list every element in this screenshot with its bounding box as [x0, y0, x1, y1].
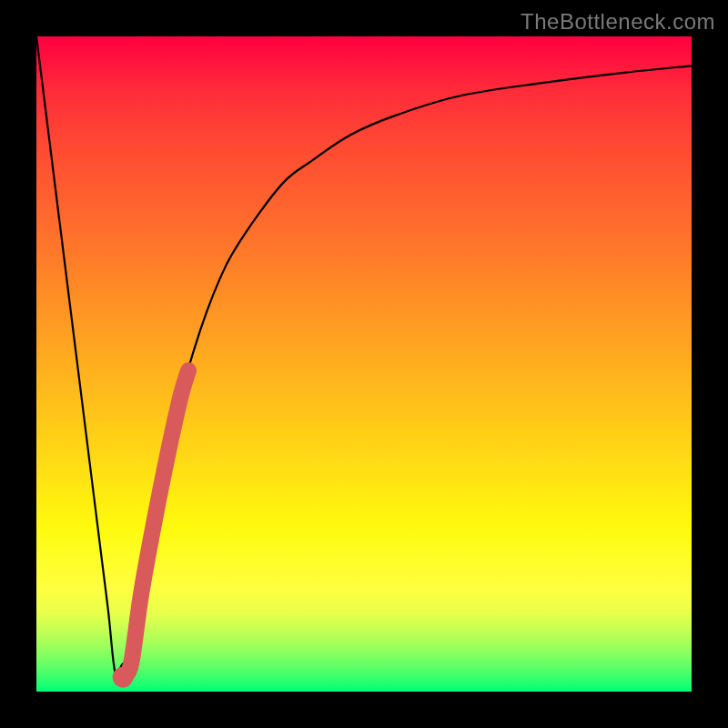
highlighted-segment: [125, 370, 188, 675]
bottleneck-curve: [36, 36, 692, 675]
minimum-marker: [113, 667, 133, 687]
bottleneck-plot: [36, 36, 692, 692]
chart-frame: TheBottleneck.com: [0, 0, 728, 728]
watermark-label: TheBottleneck.com: [521, 9, 715, 35]
